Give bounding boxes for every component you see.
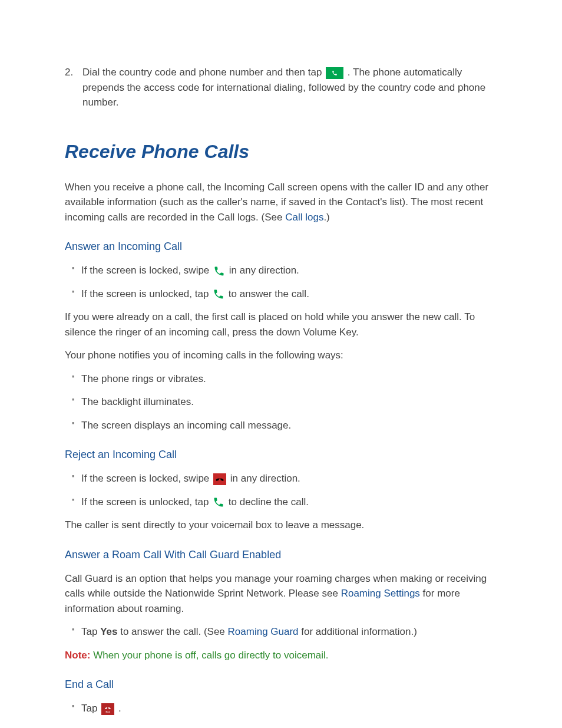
notification-ways-list: The phone rings or vibrates. The backlig…	[65, 371, 503, 433]
roam-list: Tap Yes to answer the call. (See Roaming…	[65, 624, 503, 640]
yes-bold: Yes	[100, 626, 117, 637]
link-call-logs[interactable]: Call logs	[285, 212, 323, 223]
text: to answer the call.	[229, 288, 309, 299]
tap-decline-icon	[213, 496, 224, 508]
list-item: The screen displays an incoming call mes…	[65, 418, 503, 433]
note-line: Note: When your phone is off, calls go d…	[65, 648, 503, 663]
intro-after: .)	[323, 212, 329, 223]
text: .	[118, 703, 121, 714]
list-item: The phone rings or vibrates.	[65, 371, 503, 387]
step-number: 2.	[65, 65, 82, 110]
text: Tap	[81, 626, 100, 637]
answer-hold-para: If you were already on a call, the first…	[65, 309, 503, 340]
end-call-list: Tap End .	[65, 701, 503, 716]
list-item: If the screen is locked, swipe in any di…	[65, 263, 503, 278]
list-item: If the screen is unlocked, tap to answer…	[65, 286, 503, 302]
text: to answer the call. (See	[117, 626, 227, 637]
answer-list: If the screen is locked, swipe in any di…	[65, 263, 503, 301]
text: Tap	[81, 703, 100, 714]
reject-voicemail-para: The caller is sent directly to your voic…	[65, 518, 503, 533]
roam-paragraph: Call Guard is an option that helps you m…	[65, 571, 503, 617]
text: to decline the call.	[229, 496, 309, 508]
note-label: Note:	[65, 650, 90, 661]
heading-reject: Reject an Incoming Call	[65, 447, 503, 463]
step-2: 2. Dial the country code and phone numbe…	[65, 65, 503, 110]
end-call-icon: End	[101, 703, 114, 715]
intro-text: When you receive a phone call, the Incom…	[65, 182, 488, 223]
list-item: Tap End .	[65, 701, 503, 716]
heading-roam: Answer a Roam Call With Call Guard Enabl…	[65, 547, 503, 563]
reject-list: If the screen is locked, swipe in any di…	[65, 471, 503, 509]
text: If the screen is unlocked, tap	[81, 496, 211, 508]
list-item: If the screen is unlocked, tap to declin…	[65, 495, 503, 510]
text: If the screen is unlocked, tap	[81, 288, 211, 299]
list-item: If the screen is locked, swipe in any di…	[65, 471, 503, 486]
link-roaming-guard[interactable]: Roaming Guard	[228, 626, 299, 637]
step-text: Dial the country code and phone number a…	[82, 65, 503, 110]
link-roaming-settings[interactable]: Roaming Settings	[341, 588, 420, 599]
end-icon-label: End	[106, 711, 110, 713]
swipe-reject-icon	[213, 473, 226, 485]
text: If the screen is locked, swipe	[81, 473, 212, 484]
intro-paragraph: When you receive a phone call, the Incom…	[65, 180, 503, 225]
list-item: Tap Yes to answer the call. (See Roaming…	[65, 624, 503, 640]
swipe-answer-icon	[213, 265, 225, 277]
step-text-before: Dial the country code and phone number a…	[82, 67, 325, 78]
heading-answer: Answer an Incoming Call	[65, 239, 503, 255]
heading-end-call: End a Call	[65, 677, 503, 693]
text: If the screen is locked, swipe	[81, 265, 212, 276]
answer-notify-para: Your phone notifies you of incoming call…	[65, 348, 503, 363]
text: in any direction.	[230, 473, 300, 484]
text: in any direction.	[229, 265, 299, 276]
list-item: The backlight illuminates.	[65, 394, 503, 410]
tap-answer-icon	[213, 288, 224, 300]
heading-receive-calls: Receive Phone Calls	[65, 137, 503, 166]
text: for additional information.)	[299, 626, 417, 637]
note-text: When your phone is off, calls go directl…	[90, 650, 328, 661]
dial-icon	[326, 67, 343, 79]
